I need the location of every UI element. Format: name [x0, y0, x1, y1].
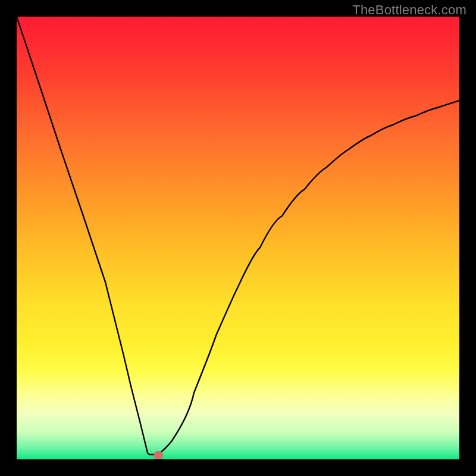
optimum-marker — [154, 451, 163, 459]
curve-left-branch — [17, 17, 158, 455]
bottleneck-curve — [17, 17, 459, 459]
curve-right-branch — [158, 101, 459, 455]
chart-frame: TheBottleneck.com — [0, 0, 476, 476]
plot-area — [17, 17, 459, 459]
watermark-text: TheBottleneck.com — [352, 2, 466, 18]
